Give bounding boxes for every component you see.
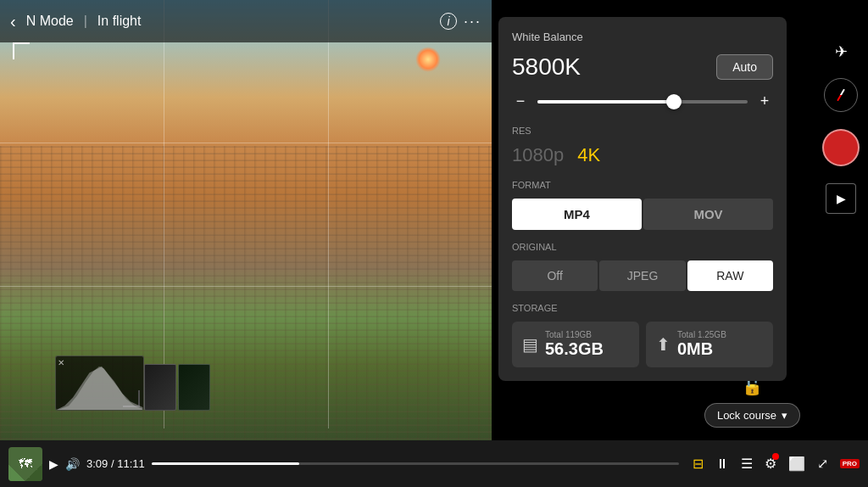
white-balance-panel: White Balance 5800K Auto − + RES 1080p 4… (498, 17, 787, 381)
lock-course-label: Lock course (717, 409, 776, 422)
sun (415, 47, 441, 72)
usb-icon: ⬆ (656, 334, 670, 355)
lock-course-container: 🔓 Lock course ▾ (704, 376, 800, 428)
wb-value-row: 5800K Auto (512, 53, 773, 81)
bottom-bar: 🗺 ▶ 🔊 3:09 / 11:11 ⊟ ⏸ ☰ ⚙ ⬜ ⤢ PRO (0, 440, 868, 487)
menu-button[interactable]: ··· (464, 13, 481, 31)
sd-card-icon: ▤ (522, 334, 538, 355)
top-bar-right: i ··· (440, 13, 481, 31)
orig-jpeg-button[interactable]: JPEG (599, 260, 685, 291)
wb-value: 5800K (512, 53, 581, 81)
navigation-icon[interactable]: ✈ (835, 42, 848, 61)
slider-row: − + (512, 92, 773, 110)
histogram: ✕ (55, 355, 144, 411)
storage-info-2: Total 1.25GB 0MB (677, 330, 763, 359)
resolution-row: 1080p 4K (512, 144, 773, 166)
thumbnail-strip (144, 364, 212, 411)
orig-off-button[interactable]: Off (512, 260, 598, 291)
histogram-close-button[interactable]: ✕ (58, 358, 64, 367)
thumbnail-2[interactable] (178, 364, 210, 411)
storage-section-label: Storage (512, 303, 773, 313)
storage-1-total: Total 119GB (545, 330, 629, 339)
progress-bar[interactable] (152, 462, 679, 465)
wb-slider-track[interactable] (537, 100, 748, 104)
storage-row: ▤ Total 119GB 56.3GB ⬆ Total 1.25GB 0MB (512, 322, 773, 367)
orig-raw-button[interactable]: RAW (687, 260, 773, 291)
volume-icon[interactable]: 🔊 (65, 457, 80, 471)
res-4k-option[interactable]: 4K (577, 144, 600, 166)
record-button[interactable] (822, 129, 860, 166)
settings-icon[interactable]: ⚙ (765, 456, 776, 472)
lock-course-chevron: ▾ (782, 409, 787, 422)
storage-info-1: Total 119GB 56.3GB (545, 330, 629, 359)
time-display: 3:09 / 11:11 (86, 457, 145, 470)
bottom-icons: ⊟ ⏸ ☰ ⚙ ⬜ ⤢ PRO (693, 456, 860, 472)
res-1080p-option[interactable]: 1080p (512, 144, 564, 166)
right-controls: ✈ ▶ (822, 42, 860, 214)
original-row: Off JPEG RAW (512, 260, 773, 291)
info-icon[interactable]: i (440, 13, 457, 30)
time-current: 3:09 (86, 457, 108, 470)
pro-badge: PRO (840, 459, 860, 468)
storage-1-free: 56.3GB (545, 339, 629, 359)
progress-fill (152, 462, 299, 465)
play-icon: ▶ (837, 192, 846, 205)
lock-course-button[interactable]: Lock course ▾ (704, 403, 800, 428)
expand-icon[interactable]: ⤢ (817, 456, 828, 472)
playlist-icon[interactable]: ☰ (741, 456, 753, 472)
top-bar: ‹ N Mode | In flight i ··· (0, 0, 492, 42)
panel-title: White Balance (512, 31, 773, 43)
format-row: MP4 MOV (512, 199, 773, 230)
format-mov-button[interactable]: MOV (643, 199, 773, 230)
pause-icon[interactable]: ⏸ (715, 456, 729, 472)
status-label: In flight (97, 14, 142, 29)
screen-icon[interactable]: ⬜ (788, 456, 805, 472)
format-mp4-button[interactable]: MP4 (512, 199, 642, 230)
time-total: 11:11 (117, 457, 145, 470)
corner-bracket-tl (13, 42, 30, 59)
slider-plus-button[interactable]: + (756, 92, 773, 110)
storage-section: Storage ▤ Total 119GB 56.3GB ⬆ Total 1.2… (512, 303, 773, 367)
compass-needle (837, 89, 845, 102)
map-icon: 🗺 (19, 456, 32, 472)
original-section-label: Original (512, 242, 773, 252)
format-section-label: Format (512, 180, 773, 190)
settings-badge (772, 453, 779, 460)
storage-2-free: 0MB (677, 339, 763, 359)
auto-button[interactable]: Auto (716, 54, 773, 80)
mode-label: N Mode (26, 14, 74, 29)
storage-2-total: Total 1.25GB (677, 330, 763, 339)
slider-fill (537, 100, 674, 104)
play-button[interactable]: ▶ (49, 457, 58, 471)
storage-card-1: ▤ Total 119GB 56.3GB (512, 322, 639, 367)
thumbnail-1[interactable] (144, 364, 176, 411)
slider-minus-button[interactable]: − (512, 92, 529, 110)
original-section: Original Off JPEG RAW (512, 242, 773, 291)
map-thumbnail[interactable]: 🗺 (8, 447, 42, 481)
camera-view (0, 0, 492, 487)
divider: | (84, 14, 87, 29)
playback-button[interactable]: ▶ (826, 183, 856, 214)
back-button[interactable]: ‹ (10, 12, 16, 31)
res-section-label: RES (512, 126, 773, 136)
sliders-icon[interactable]: ⊟ (693, 456, 704, 472)
time-separator: / (111, 457, 114, 470)
compass (824, 78, 858, 112)
slider-thumb[interactable] (666, 94, 682, 109)
storage-card-2: ⬆ Total 1.25GB 0MB (646, 322, 773, 367)
